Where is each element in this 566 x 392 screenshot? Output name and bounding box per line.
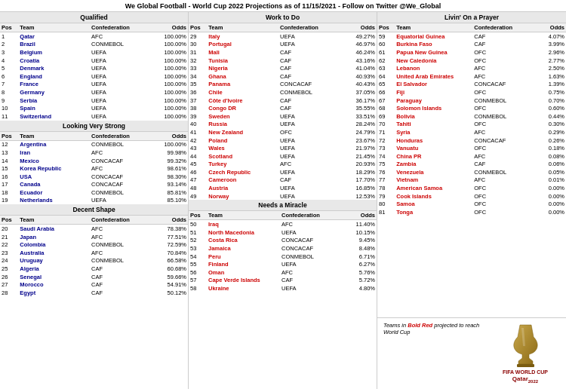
table-row: 76VenezuelaCONMEBOL0.05% (377, 168, 566, 176)
table-row: 71SyriaAFC0.29% (377, 128, 566, 136)
table-row: 81TongaOFC0.00% (377, 208, 566, 216)
decent-table: Pos Team Confederation Odds 20Saudi Arab… (0, 216, 188, 296)
column-3: Livin' On a Prayer Pos Team Confederatio… (377, 12, 566, 389)
col-conf-w: Confederation (278, 23, 337, 32)
table-row: 28EgyptCAF50.12% (0, 289, 188, 297)
prayer-section: Livin' On a Prayer Pos Team Confederatio… (377, 12, 566, 317)
col-conf-d: Confederation (90, 216, 149, 225)
table-row: 42PolandUEFA23.67% (189, 136, 377, 145)
table-row: 33NigeriaCAF41.04% (189, 64, 377, 72)
col-pos-q: Pos (0, 23, 18, 32)
table-row: 16USACONCACAF98.30% (0, 173, 188, 181)
col-team-s: Team (18, 132, 90, 141)
svg-rect-0 (517, 364, 534, 367)
table-row: 62New CaledoniaOFC2.77% (377, 57, 566, 65)
table-row: 80SamoaOFC0.00% (377, 200, 566, 208)
table-row: 32TunisiaCAF43.16% (189, 57, 377, 65)
col-conf-m: Confederation (280, 211, 338, 220)
table-row: 48AustriaUEFA16.85% (189, 184, 377, 192)
world-cup-logo: FIFA WORLD CUP Qatar2022 (488, 320, 563, 387)
section-work: Work to Do (189, 12, 377, 23)
table-row: 68Solomon IslandsOFC0.60% (377, 104, 566, 112)
table-row: 36ChileCONMEBOL37.05% (189, 88, 377, 96)
col-pos-w: Pos (189, 23, 207, 32)
table-row: 39SwedenUEFA33.51% (189, 112, 377, 121)
table-row: 38Congo DRCAF35.55% (189, 104, 377, 112)
table-row: 13IranAFC99.98% (0, 149, 188, 157)
table-row: 7FranceUEFA100.00% (0, 81, 188, 89)
section-prayer: Livin' On a Prayer (377, 12, 566, 23)
col-odds-p: Odds (529, 23, 566, 32)
table-row: 47CameroonCAF17.70% (189, 176, 377, 185)
table-row: 79Cook IslandsOFC0.00% (377, 192, 566, 201)
table-row: 57Cape Verde IslandsCAF5.72% (189, 277, 377, 285)
col-team-w: Team (207, 23, 278, 32)
table-row: 5DenmarkUEFA100.00% (0, 64, 188, 72)
table-row: 61Papua New GuineaOFC2.96% (377, 48, 566, 57)
col-odds-q: Odds (149, 23, 188, 32)
table-row: 46Czech RepublicUEFA18.29% (189, 168, 377, 176)
main-grid: Qualified Pos Team Confederation Odds 1Q… (0, 12, 566, 389)
table-row: 23AustraliaAFC70.84% (0, 249, 188, 257)
table-row: 37Côte d'IvoireCAF36.17% (189, 96, 377, 105)
col-pos-d: Pos (0, 216, 18, 225)
table-row: 9SerbiaUEFA100.00% (0, 96, 188, 105)
table-row: 45TurkeyAFC20.93% (189, 161, 377, 169)
wc-trophy-icon (505, 323, 546, 369)
col-team-q: Team (18, 23, 90, 32)
table-row: 40RussiaUEFA28.24% (189, 121, 377, 129)
col-team-p: Team (395, 23, 472, 32)
column-2: Work to Do Pos Team Confederation Odds 2… (189, 12, 377, 389)
table-row: 53JamaicaCONCACAF8.48% (189, 244, 377, 253)
table-row: 44ScotlandUEFA21.45% (189, 152, 377, 161)
table-row: 10SpainUEFA100.00% (0, 104, 188, 112)
table-row: 73VanuatuOFC0.18% (377, 144, 566, 152)
table-row: 27MoroccoCAF54.91% (0, 280, 188, 289)
table-row: 2BrazilCONMEBOL100.00% (0, 41, 188, 49)
table-row: 4CroatiaUEFA100.00% (0, 57, 188, 65)
qualified-table: Pos Team Confederation Odds 1QatarAFC100… (0, 23, 188, 121)
table-row: 69BoliviaCONMEBOL0.44% (377, 112, 566, 121)
col-pos-s: Pos (0, 132, 18, 141)
table-row: 78American SamoaOFC0.00% (377, 184, 566, 192)
table-row: 22ColombiaCONMEBOL72.59% (0, 240, 188, 249)
table-row: 24UruguayCONMEBOL66.58% (0, 257, 188, 265)
table-row: 49NorwayUEFA12.53% (189, 192, 377, 201)
table-row: 66FijiOFC0.75% (377, 88, 566, 96)
table-row: 77VietnamAFC0.01% (377, 176, 566, 185)
section-decent: Decent Shape (0, 204, 188, 216)
work-table: Pos Team Confederation Odds 29ItalyUEFA4… (189, 23, 377, 200)
table-row: 67ParaguayCONMEBOL0.70% (377, 96, 566, 105)
col-odds-m: Odds (338, 211, 377, 220)
table-row: 43WalesUEFA21.97% (189, 144, 377, 152)
table-row: 58UkraineUEFA4.80% (189, 284, 377, 292)
table-row: 1QatarAFC100.00% (0, 32, 188, 41)
logo-text1: FIFA WORLD CUP (503, 369, 548, 375)
table-row: 74China PRAFC0.08% (377, 152, 566, 161)
table-row: 55FinlandUEFA6.27% (189, 260, 377, 268)
logo-text2: Qatar2022 (512, 375, 538, 384)
section-miracle: Needs a Miracle (189, 200, 377, 211)
table-row: 54PeruCONMEBOL6.71% (189, 253, 377, 261)
bottom-area: Teams in Bold Red projected to reach Wor… (377, 317, 566, 389)
table-row: 19NetherlandsUEFA85.10% (0, 197, 188, 205)
bold-red-text: Bold Red (408, 322, 432, 329)
table-row: 21JapanAFC77.51% (0, 233, 188, 241)
table-row: 11SwitzerlandUEFA100.00% (0, 112, 188, 121)
section-strong: Looking Very Strong (0, 121, 188, 132)
header-title: We Global Football - World Cup 2022 Proj… (0, 0, 566, 12)
table-row: 64United Arab EmiratesAFC1.63% (377, 72, 566, 81)
column-1: Qualified Pos Team Confederation Odds 1Q… (0, 12, 189, 389)
table-row: 56OmanAFC5.76% (189, 268, 377, 277)
table-row: 6EnglandUEFA100.00% (0, 72, 188, 81)
table-row: 8GermanyUEFA100.00% (0, 88, 188, 96)
table-row: 30PortugalUEFA46.97% (189, 41, 377, 49)
table-row: 12ArgentinaCONMEBOL100.00% (0, 140, 188, 149)
page-header: We Global Football - World Cup 2022 Proj… (0, 0, 566, 12)
col-odds-d: Odds (149, 216, 188, 225)
table-row: 18EcuadorCONMEBOL85.81% (0, 188, 188, 197)
table-row: 75ZambiaCAF0.06% (377, 161, 566, 169)
table-row: 34GhanaCAF40.93% (189, 72, 377, 81)
col-pos-p: Pos (377, 23, 395, 32)
table-row: 59Equatorial GuineaCAF4.07% (377, 32, 566, 41)
